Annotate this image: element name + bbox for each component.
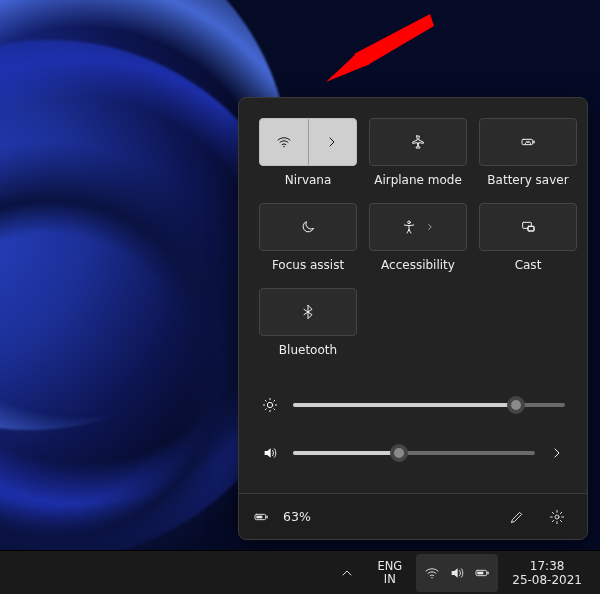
battery-icon [474, 565, 490, 581]
battery-icon [253, 509, 269, 525]
gear-icon [549, 509, 565, 525]
focus-assist-label: Focus assist [272, 258, 344, 272]
svg-point-11 [555, 515, 559, 519]
settings-button[interactable] [541, 501, 573, 533]
language-indicator[interactable]: ENG IN [369, 554, 410, 592]
wifi-tile[interactable] [259, 118, 357, 166]
wifi-tile-label: Nirvana [285, 173, 332, 187]
quick-settings-footer: 63% [239, 493, 587, 539]
airplane-mode-tile[interactable] [369, 118, 467, 166]
wifi-icon [276, 134, 292, 150]
svg-point-0 [283, 146, 284, 147]
brightness-row [261, 381, 565, 429]
clock-date: 25-08-2021 [512, 573, 582, 587]
tray-overflow-button[interactable] [331, 554, 363, 592]
quick-settings-tiles: Nirvana Airplane mode Battery saver [239, 98, 587, 373]
volume-icon [261, 445, 279, 461]
bluetooth-icon [300, 304, 316, 320]
focus-assist-tile[interactable] [259, 203, 357, 251]
clock-time: 17:38 [530, 559, 565, 573]
chevron-up-icon [339, 565, 355, 581]
svg-point-14 [432, 577, 433, 578]
accessibility-tile[interactable] [369, 203, 467, 251]
moon-icon [300, 219, 316, 235]
system-tray[interactable] [416, 554, 498, 592]
bluetooth-tile[interactable] [259, 288, 357, 336]
accessibility-label: Accessibility [381, 258, 455, 272]
airplane-mode-label: Airplane mode [374, 173, 462, 187]
brightness-slider[interactable] [293, 395, 565, 415]
pencil-icon [509, 509, 525, 525]
svg-rect-17 [478, 571, 484, 574]
taskbar-clock[interactable]: 17:38 25-08-2021 [504, 554, 590, 592]
battery-percent: 63% [283, 509, 311, 524]
wifi-icon [424, 565, 440, 581]
accessibility-icon [401, 219, 417, 235]
sliders-section [239, 373, 587, 493]
edit-quick-settings-button[interactable] [501, 501, 533, 533]
chevron-right-icon [425, 219, 435, 235]
battery-saver-icon [520, 134, 536, 150]
battery-saver-tile[interactable] [479, 118, 577, 166]
volume-expand[interactable] [549, 445, 565, 461]
volume-slider[interactable] [293, 443, 535, 463]
battery-saver-label: Battery saver [487, 173, 568, 187]
wifi-toggle[interactable] [260, 119, 308, 165]
airplane-icon [410, 134, 426, 150]
svg-rect-2 [533, 141, 534, 144]
bluetooth-label: Bluetooth [279, 343, 337, 357]
taskbar: ENG IN 17:38 25-08-2021 [0, 550, 600, 594]
lang-bottom: IN [384, 573, 396, 586]
svg-point-3 [408, 221, 411, 224]
cast-icon [520, 219, 536, 235]
chevron-right-icon [324, 134, 340, 150]
cast-tile[interactable] [479, 203, 577, 251]
svg-point-7 [267, 402, 272, 407]
volume-row [261, 429, 565, 477]
volume-icon [449, 565, 465, 581]
svg-rect-16 [488, 571, 489, 574]
cast-label: Cast [515, 258, 542, 272]
lang-top: ENG [377, 560, 402, 573]
svg-rect-10 [256, 515, 262, 518]
brightness-icon [261, 397, 279, 413]
svg-rect-9 [266, 515, 267, 518]
wifi-expand[interactable] [308, 119, 357, 165]
svg-rect-5 [528, 226, 534, 231]
quick-settings-panel: Nirvana Airplane mode Battery saver [238, 97, 588, 540]
